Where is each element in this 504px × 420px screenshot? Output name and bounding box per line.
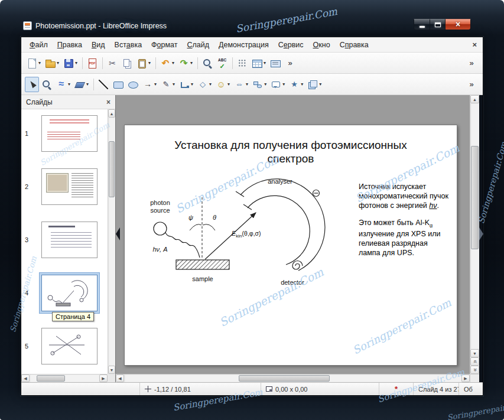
scroll-right-button[interactable]: ▶ — [461, 375, 470, 382]
slide-thumbnail[interactable] — [41, 222, 97, 258]
symbol-shapes-button[interactable]: ▾ — [214, 77, 232, 92]
flowchart-button[interactable]: ▾ — [251, 77, 268, 92]
dropdown-arrow-icon[interactable]: ▾ — [173, 82, 175, 87]
slide-thumbnail-row-5[interactable]: 5 — [21, 325, 108, 367]
callout-button[interactable]: ▾ — [269, 77, 287, 92]
scrollbar-track[interactable] — [108, 118, 115, 366]
stars-button[interactable]: ▾ — [287, 77, 305, 92]
scroll-left-button[interactable]: ◀ — [21, 375, 30, 382]
slide-thumbnail[interactable] — [41, 115, 97, 152]
status-document-modified[interactable]: * — [379, 383, 413, 395]
cut-button[interactable] — [105, 56, 119, 71]
slide-thumbnail-row-2[interactable]: 2 — [21, 166, 108, 207]
curve-button[interactable]: ▾ — [159, 77, 177, 92]
menu-view[interactable]: Вид — [87, 39, 110, 51]
slide-thumbnail-row-4[interactable]: 4 — [21, 272, 108, 314]
dropdown-arrow-icon[interactable]: ▾ — [68, 82, 70, 87]
connector-button[interactable]: ▾ — [177, 77, 195, 92]
basic-shapes-button[interactable]: ▾ — [196, 77, 213, 92]
dropdown-arrow-icon[interactable]: ▾ — [282, 82, 285, 87]
slide-thumbnail-row-3[interactable]: 3 — [21, 219, 108, 261]
slides-panel-horizontal-scrollbar[interactable]: ◀ ▶ — [21, 374, 108, 382]
lines-arrows-button[interactable]: ▾ — [141, 77, 158, 92]
table-button[interactable]: ▾ — [250, 56, 268, 71]
scroll-down-button[interactable]: ▼ — [108, 366, 115, 374]
slides-panel-vertical-scrollbar[interactable]: ▲ ▼ — [108, 109, 115, 374]
status-view-name[interactable]: Об — [459, 383, 483, 395]
scroll-down-button[interactable]: ▼ — [470, 349, 479, 357]
menu-edit[interactable]: Правка — [53, 39, 87, 51]
slides-panel-close-icon[interactable]: × — [106, 98, 110, 106]
scroll-up-button[interactable]: ▲ — [470, 95, 479, 103]
menu-format[interactable]: Формат — [147, 39, 182, 51]
open-button[interactable]: ▾ — [43, 56, 61, 71]
scrollbar-thumb[interactable] — [109, 141, 115, 197]
status-object-size[interactable]: 0,00 x 0,00 — [261, 383, 379, 395]
menu-slide[interactable]: Слайд — [183, 39, 214, 51]
dropdown-arrow-icon[interactable]: ▾ — [319, 82, 321, 87]
slide-canvas[interactable]: Установка для получения фотоэмиссионных … — [124, 125, 457, 366]
dropdown-arrow-icon[interactable]: ▾ — [246, 82, 248, 87]
scrollbar-track[interactable] — [124, 375, 461, 382]
copy-button[interactable] — [120, 56, 134, 71]
export-pdf-button[interactable] — [85, 56, 99, 71]
new-button[interactable]: ▾ — [25, 56, 43, 71]
dropdown-arrow-icon[interactable]: ▾ — [75, 60, 77, 66]
dropdown-arrow-icon[interactable]: ▾ — [38, 60, 41, 66]
title-bar[interactable]: Photoemission.ppt - LibreOffice Impress — [23, 21, 167, 30]
dropdown-arrow-icon[interactable]: ▾ — [57, 60, 59, 66]
minimize-button[interactable] — [414, 19, 430, 30]
scrollbar-track[interactable] — [470, 103, 479, 349]
slide-thumbnail-row-1[interactable]: 1 — [21, 113, 108, 154]
scroll-up-button[interactable]: ▲ — [108, 109, 115, 118]
previous-slide-button[interactable]: « — [470, 357, 479, 366]
close-button[interactable]: × — [445, 19, 471, 30]
menu-tools[interactable]: Сервис — [274, 39, 308, 51]
line-style-button[interactable]: ▾ — [54, 77, 72, 92]
select-button[interactable] — [25, 77, 39, 92]
scrollbar-thumb[interactable] — [239, 375, 330, 382]
status-slide-number[interactable]: Слайд 4 из 27 — [413, 383, 459, 395]
spelling-button[interactable] — [215, 56, 229, 71]
slide-thumbnail[interactable] — [41, 328, 97, 364]
zoom-button[interactable] — [200, 56, 214, 71]
dropdown-arrow-icon[interactable]: ▾ — [264, 82, 266, 87]
menu-file[interactable]: Файл — [25, 39, 53, 51]
slide-title[interactable]: Установка для получения фотоэмиссионных … — [125, 138, 457, 165]
menu-help[interactable]: Справка — [335, 39, 373, 51]
dropdown-arrow-icon[interactable]: ▾ — [227, 82, 230, 87]
status-cursor-position[interactable]: -1,12 / 10,81 — [139, 383, 261, 395]
scrollbar-track[interactable] — [30, 375, 99, 382]
undo-button[interactable]: ▾ — [158, 56, 176, 71]
photoemission-diagram[interactable]: analyser photon source ψ θ hν, A Ekin(θ,… — [140, 177, 336, 297]
fill-style-button[interactable]: ▾ — [73, 77, 90, 92]
dropdown-arrow-icon[interactable]: ▾ — [264, 60, 266, 66]
menu-slideshow[interactable]: Демонстрация — [214, 39, 274, 51]
block-arrows-button[interactable]: ▾ — [232, 77, 250, 92]
toolbar-options-button[interactable] — [464, 77, 479, 92]
scrollbar-thumb[interactable] — [37, 375, 65, 382]
scroll-right-button[interactable]: ▶ — [99, 375, 108, 382]
dropdown-arrow-icon[interactable]: ▾ — [148, 60, 151, 66]
dropdown-arrow-icon[interactable]: ▾ — [154, 82, 157, 87]
next-slide-button[interactable]: » — [470, 366, 479, 374]
maximize-button[interactable] — [430, 19, 446, 30]
dropdown-arrow-icon[interactable]: ▾ — [301, 82, 303, 87]
rectangle-button[interactable] — [111, 77, 125, 92]
more-buttons-chevron[interactable] — [283, 56, 297, 71]
vertical-scrollbar[interactable]: ▲ ▼ « » — [470, 95, 479, 374]
toolbar-options-button[interactable] — [464, 56, 479, 71]
zoom-tool-button[interactable] — [40, 77, 54, 92]
dropdown-arrow-icon[interactable]: ▾ — [191, 82, 193, 87]
paste-button[interactable]: ▾ — [135, 56, 152, 71]
close-document-button[interactable]: × — [466, 40, 483, 49]
display-grid-button[interactable] — [235, 56, 249, 71]
scroll-left-button[interactable]: ◀ — [116, 375, 124, 382]
horizontal-scrollbar[interactable]: ◀ ▶ — [116, 374, 470, 382]
menu-window[interactable]: Окно — [308, 39, 335, 51]
menu-insert[interactable]: Вставка — [110, 39, 147, 51]
slide-thumbnail[interactable] — [41, 275, 97, 311]
dropdown-arrow-icon[interactable]: ▾ — [190, 60, 193, 66]
slide-thumbnail[interactable] — [41, 168, 97, 205]
dropdown-arrow-icon[interactable]: ▾ — [86, 82, 89, 87]
